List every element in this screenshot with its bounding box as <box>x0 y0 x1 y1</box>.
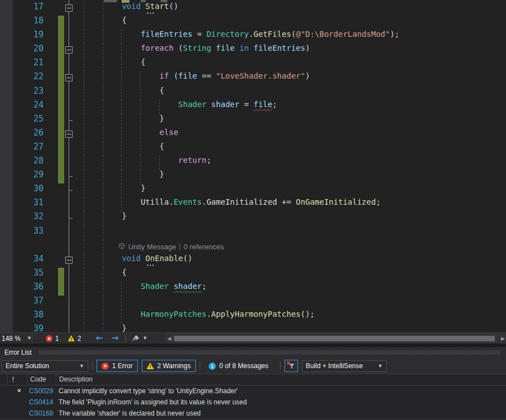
code-text[interactable]: void Start() <box>84 2 179 16</box>
severity-column-header[interactable] <box>7 374 27 385</box>
line-number[interactable]: 20 <box>13 44 44 57</box>
zoom-control[interactable]: 148 % ▼ <box>0 333 32 344</box>
line-number[interactable]: 27 <box>13 142 44 156</box>
hscroll-left-icon[interactable]: ◀ <box>167 336 171 341</box>
code-column-header[interactable]: Code <box>27 374 56 385</box>
code-text[interactable]: fileEntries = Directory.GetFiles(@"D:\Bo… <box>84 30 399 44</box>
hscroll-thumb[interactable] <box>174 336 495 341</box>
error-code-link[interactable]: CS0168 <box>29 408 53 419</box>
line-number[interactable]: 32 <box>13 211 44 225</box>
code-text[interactable]: } <box>84 114 164 128</box>
code-line[interactable]: 39 } <box>0 324 506 332</box>
code-text[interactable]: } <box>84 324 127 332</box>
fold-box-icon[interactable] <box>65 46 73 54</box>
line-number[interactable]: 31 <box>13 197 44 211</box>
line-number[interactable]: 18 <box>13 16 44 30</box>
code-line[interactable]: 25 } <box>0 114 506 128</box>
code-text[interactable]: { <box>84 142 164 156</box>
code-line[interactable]: 30 } <box>0 184 506 197</box>
error-code-link[interactable]: CS0029 <box>29 385 53 397</box>
fold-box-icon[interactable] <box>65 74 73 81</box>
navigate-back-icon[interactable]: ← <box>95 334 103 342</box>
line-number[interactable]: 30 <box>13 184 44 197</box>
code-line[interactable]: 37 <box>0 296 506 310</box>
scope-combobox[interactable]: Entire Solution ▼ <box>2 360 88 372</box>
code-text[interactable]: Shader shader = file; <box>84 100 277 114</box>
line-number[interactable]: 19 <box>13 30 44 44</box>
cleanup-dropdown-caret[interactable]: ▼ <box>143 336 148 341</box>
description-column-header[interactable]: Description <box>56 374 505 385</box>
codelens-row[interactable]: Unity Message0 references <box>0 240 506 254</box>
fold-box-icon[interactable] <box>65 4 73 12</box>
fold-box-icon[interactable] <box>65 131 73 138</box>
code-text[interactable]: void OnEnable() <box>84 254 192 268</box>
error-count-indicator[interactable]: 1 <box>46 335 59 342</box>
code-line[interactable]: 35 { <box>0 268 506 282</box>
code-text[interactable]: { <box>84 16 127 30</box>
code-text[interactable]: HarmonyPatches.ApplyHarmonyPatches(); <box>84 310 315 324</box>
code-line[interactable]: 34 void OnEnable() <box>0 254 506 268</box>
line-number[interactable]: 23 <box>13 86 44 100</box>
code-text[interactable]: } <box>84 211 127 225</box>
horizontal-scrollbar[interactable]: ◀ ▶ <box>165 333 506 344</box>
line-number[interactable]: 28 <box>13 156 44 170</box>
code-text[interactable]: } <box>84 170 164 184</box>
code-text[interactable]: } <box>84 184 146 197</box>
line-number[interactable]: 39 <box>13 324 44 332</box>
code-text[interactable]: if (file == "LoveShader.shader") <box>84 71 310 85</box>
line-number[interactable]: 37 <box>13 296 44 310</box>
code-line[interactable]: 32 } <box>0 211 506 225</box>
messages-filter-button[interactable]: 0 of 8 Messages <box>204 360 273 372</box>
hscroll-right-icon[interactable]: ▶ <box>501 336 505 341</box>
errors-filter-button[interactable]: 1 Error <box>97 360 138 372</box>
reference-count[interactable]: 0 references <box>184 243 224 251</box>
source-combobox[interactable]: Build + IntelliSense ▼ <box>302 360 387 372</box>
code-line[interactable]: 27 { <box>0 142 506 156</box>
line-number[interactable]: 17 <box>13 2 44 16</box>
warning-count-indicator[interactable]: 2 <box>68 335 81 342</box>
code-line[interactable]: 31 Utilla.Events.GameInitialized += OnGa… <box>0 197 506 211</box>
error-list-row[interactable]: CS0414The field 'Plugin.inRoom' is assig… <box>0 397 506 408</box>
line-number[interactable]: 25 <box>13 114 44 128</box>
line-number[interactable]: 33 <box>13 226 44 240</box>
navigate-forward-icon[interactable]: → <box>112 334 119 342</box>
code-line[interactable]: 17 void Start() <box>0 2 506 16</box>
code-text[interactable]: Shader shader; <box>84 282 206 296</box>
code-line[interactable]: 19 fileEntries = Directory.GetFiles(@"D:… <box>0 30 506 44</box>
code-line[interactable]: 33 <box>0 226 506 240</box>
code-line[interactable]: 29 } <box>0 170 506 184</box>
code-line[interactable]: 20 foreach (String file in fileEntries) <box>0 44 506 57</box>
line-number[interactable]: 38 <box>13 310 44 324</box>
unity-message-codelens[interactable]: Unity Message0 references <box>119 240 224 254</box>
zoom-dropdown-caret[interactable]: ▼ <box>27 336 32 341</box>
code-text[interactable]: Utilla.Events.GameInitialized += OnGameI… <box>84 197 380 211</box>
code-cleanup-icon[interactable] <box>132 335 140 342</box>
code-text[interactable]: { <box>84 57 146 71</box>
error-list-row[interactable]: CS0029Cannot implicitly convert type 'st… <box>0 385 506 397</box>
code-text[interactable]: else <box>84 128 179 142</box>
line-number[interactable]: 26 <box>13 128 44 142</box>
line-number[interactable]: 29 <box>13 170 44 184</box>
code-line[interactable]: 38 HarmonyPatches.ApplyHarmonyPatches(); <box>0 310 506 324</box>
code-text[interactable]: foreach (String file in fileEntries) <box>84 44 310 57</box>
code-line[interactable]: 24 Shader shader = file; <box>0 100 506 114</box>
error-code-link[interactable]: CS0414 <box>29 397 53 408</box>
code-line[interactable]: 36 Shader shader; <box>0 282 506 296</box>
line-number[interactable]: 34 <box>13 254 44 268</box>
code-line[interactable]: 22 if (file == "LoveShader.shader") <box>0 71 506 85</box>
code-text[interactable]: { <box>84 86 164 100</box>
code-text[interactable]: { <box>84 268 127 282</box>
error-list-row[interactable]: CS0168The variable 'shader' is declared … <box>0 408 506 419</box>
warnings-filter-button[interactable]: 2 Warnings <box>142 360 196 372</box>
code-line[interactable]: 28 return; <box>0 156 506 170</box>
code-line[interactable]: 23 { <box>0 86 506 100</box>
code-line[interactable]: 18 { <box>0 16 506 30</box>
code-text[interactable]: return; <box>84 156 211 170</box>
line-number[interactable]: 35 <box>13 268 44 282</box>
line-number[interactable]: 21 <box>13 57 44 71</box>
line-number[interactable]: 24 <box>13 100 44 114</box>
code-editor[interactable]: 17 void Start()18 {19 fileEntries = Dire… <box>0 0 506 332</box>
code-line[interactable]: 26 else <box>0 128 506 142</box>
code-line[interactable]: 21 { <box>0 57 506 71</box>
error-list-title-bar[interactable]: Error List <box>0 347 506 358</box>
